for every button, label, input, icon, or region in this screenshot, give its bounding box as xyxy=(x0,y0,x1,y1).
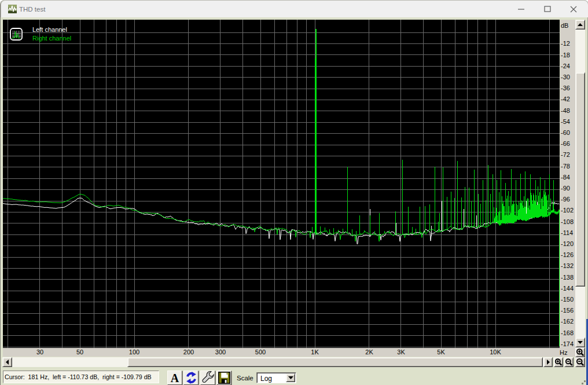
svg-text:Left channel: Left channel xyxy=(32,26,67,33)
svg-text:Right channel: Right channel xyxy=(32,35,71,42)
